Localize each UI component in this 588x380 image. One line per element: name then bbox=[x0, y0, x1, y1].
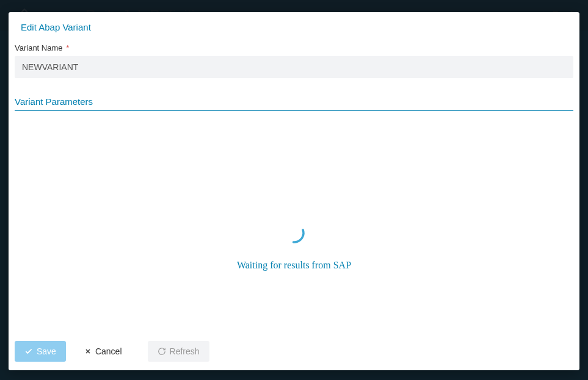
variant-name-input[interactable] bbox=[15, 56, 573, 78]
modal-footer: Save Cancel Refresh bbox=[9, 332, 579, 370]
variant-name-label: Variant Name * bbox=[15, 43, 573, 52]
loading-spinner-icon bbox=[282, 221, 307, 245]
check-icon bbox=[24, 347, 33, 356]
modal-title: Edit Abap Variant bbox=[21, 22, 567, 32]
loading-status-text: Waiting for results from SAP bbox=[237, 260, 351, 271]
loading-area: Waiting for results from SAP bbox=[15, 111, 573, 332]
refresh-icon bbox=[158, 347, 166, 356]
edit-variant-modal: Edit Abap Variant Variant Name * Variant… bbox=[9, 12, 579, 370]
variant-parameters-section-title: Variant Parameters bbox=[15, 96, 573, 111]
modal-body[interactable]: Variant Name * Variant Parameters Waitin… bbox=[9, 32, 579, 332]
save-button[interactable]: Save bbox=[15, 341, 66, 362]
required-asterisk: * bbox=[66, 43, 69, 52]
cancel-button[interactable]: Cancel bbox=[74, 341, 132, 362]
svg-point-0 bbox=[282, 221, 305, 245]
close-icon bbox=[84, 348, 92, 355]
modal-header: Edit Abap Variant bbox=[9, 12, 579, 32]
refresh-button[interactable]: Refresh bbox=[148, 341, 209, 362]
